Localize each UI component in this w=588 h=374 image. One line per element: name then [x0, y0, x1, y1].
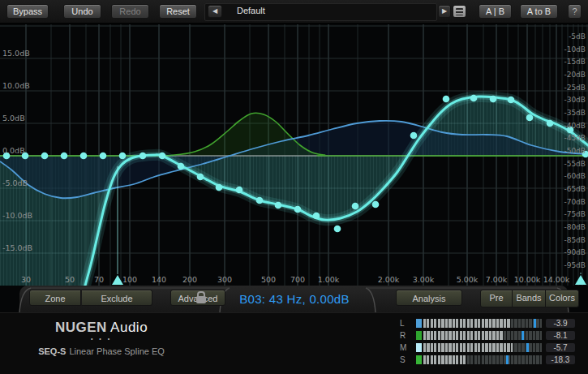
status-bar: Zone Exclude Advanced B03: 43 Hz, 0.00dB… — [0, 286, 588, 312]
svg-text:-40dB: -40dB — [564, 122, 586, 130]
svg-text:-30dB: -30dB — [564, 96, 586, 104]
eq-control-point[interactable] — [294, 206, 302, 213]
meter-channel-color — [416, 343, 422, 352]
a-to-b-button[interactable]: A to B — [520, 4, 558, 19]
zone-button[interactable]: Zone — [29, 290, 81, 306]
svg-text:-70dB: -70dB — [564, 198, 586, 206]
meter-bar — [423, 331, 542, 340]
eq-control-point[interactable] — [61, 153, 68, 160]
svg-text:5.00k: 5.00k — [457, 275, 479, 284]
reset-button[interactable]: Reset — [159, 4, 197, 19]
eq-control-point[interactable] — [80, 153, 88, 160]
preset-list-icon[interactable] — [453, 5, 466, 18]
exclude-button[interactable]: Exclude — [81, 290, 152, 306]
seq-s-plugin-window: 15.0dB10.0dB5.0dB0.0dB-5.0dB-10.0dB-15.0… — [0, 0, 588, 374]
view-options-group: Pre Bands Colors — [480, 290, 579, 306]
svg-text:700: 700 — [290, 275, 305, 284]
product-name: SEQ-S — [38, 346, 66, 356]
eq-control-point[interactable] — [410, 132, 418, 140]
meter-value: -18.3 — [546, 355, 575, 364]
colors-button[interactable]: Colors — [546, 290, 579, 307]
meter-row-M: M-5.7 — [397, 343, 588, 352]
svg-text:-50dB: -50dB — [564, 147, 586, 155]
svg-text:-45dB: -45dB — [564, 134, 586, 142]
eq-control-point[interactable] — [275, 202, 282, 209]
svg-text:10.0dB: 10.0dB — [2, 81, 30, 90]
lock-icon[interactable] — [196, 296, 206, 303]
meter-channel-label: R — [400, 331, 410, 340]
product-tagline: Linear Phase Spline EQ — [69, 346, 164, 356]
eq-control-point[interactable] — [443, 96, 450, 103]
eq-control-point[interactable] — [159, 153, 166, 160]
eq-control-point[interactable] — [236, 187, 243, 194]
svg-text:0.0dB: 0.0dB — [2, 146, 25, 155]
meter-channel-label: L — [400, 319, 410, 328]
svg-text:-55dB: -55dB — [564, 160, 586, 168]
svg-text:-90dB: -90dB — [564, 248, 586, 256]
svg-text:30: 30 — [21, 275, 31, 284]
eq-control-point[interactable] — [178, 163, 185, 170]
eq-control-point[interactable] — [334, 226, 341, 233]
svg-text:-35dB: -35dB — [564, 109, 586, 117]
ab-compare-button[interactable]: A | B — [479, 4, 512, 19]
svg-text:-10.0dB: -10.0dB — [2, 211, 32, 220]
eq-control-point[interactable] — [216, 184, 223, 191]
eq-control-point[interactable] — [526, 114, 534, 122]
eq-control-point[interactable] — [256, 197, 264, 204]
svg-text:1.00k: 1.00k — [318, 275, 340, 284]
meter-value: -5.7 — [546, 343, 575, 352]
eq-control-point[interactable] — [490, 96, 497, 103]
svg-text:7.00k: 7.00k — [486, 275, 508, 284]
preset-prev-icon[interactable]: ◀ — [208, 5, 222, 18]
meter-row-S: S-18.3 — [397, 355, 588, 364]
meter-row-R: R-8.1 — [397, 331, 588, 340]
svg-text:-5dB: -5dB — [569, 32, 586, 41]
svg-text:-80dB: -80dB — [564, 223, 586, 231]
eq-control-point[interactable] — [100, 153, 107, 160]
eq-control-point[interactable] — [119, 153, 127, 160]
undo-button[interactable]: Undo — [63, 4, 101, 19]
eq-control-point[interactable] — [197, 174, 204, 181]
svg-text:2.00k: 2.00k — [378, 275, 400, 284]
svg-text:-60dB: -60dB — [564, 172, 586, 180]
meter-channel-label: S — [400, 355, 410, 364]
svg-text:200: 200 — [182, 275, 197, 284]
menu-icon — [456, 8, 463, 15]
meter-bar — [423, 343, 542, 352]
svg-text:14.00k: 14.00k — [543, 275, 570, 284]
bands-button[interactable]: Bands — [513, 290, 546, 307]
svg-text:100: 100 — [122, 275, 137, 284]
svg-text:-95dB: -95dB — [564, 261, 586, 269]
brand-name: NUGEN — [55, 320, 107, 335]
preset-next-icon[interactable]: ▶ — [438, 5, 451, 18]
meter-value: -3.9 — [546, 319, 575, 328]
analysis-button[interactable]: Analysis — [396, 290, 462, 306]
eq-graph[interactable]: 15.0dB10.0dB5.0dB0.0dB-5.0dB-10.0dB-15.0… — [0, 0, 588, 286]
pre-button[interactable]: Pre — [480, 290, 513, 307]
eq-control-point[interactable] — [372, 201, 380, 208]
svg-text:70: 70 — [94, 275, 104, 284]
eq-control-point[interactable] — [313, 213, 320, 220]
meter-channel-color — [416, 331, 422, 340]
eq-control-point[interactable] — [139, 153, 147, 160]
meter-peak-marker — [526, 343, 529, 352]
eq-control-point[interactable] — [352, 203, 359, 210]
svg-text:5.0dB: 5.0dB — [2, 114, 25, 123]
svg-text:50: 50 — [65, 275, 75, 284]
svg-text:-20dB: -20dB — [564, 71, 586, 79]
eq-control-point[interactable] — [470, 95, 478, 102]
meter-peak-marker — [534, 319, 536, 328]
meter-bar — [423, 319, 542, 328]
help-button[interactable]: ? — [568, 4, 582, 19]
eq-control-point[interactable] — [41, 153, 49, 160]
eq-control-point[interactable] — [508, 97, 515, 104]
svg-text:-85dB: -85dB — [564, 236, 586, 244]
redo-button[interactable]: Redo — [111, 4, 149, 19]
svg-text:500: 500 — [261, 275, 276, 284]
svg-text:-25dB: -25dB — [564, 84, 586, 92]
svg-text:3.00k: 3.00k — [413, 275, 435, 284]
bypass-button[interactable]: Bypass — [6, 4, 49, 19]
eq-control-point[interactable] — [547, 120, 554, 127]
svg-text:-65dB: -65dB — [564, 185, 586, 193]
svg-text:-10dB: -10dB — [564, 45, 586, 54]
